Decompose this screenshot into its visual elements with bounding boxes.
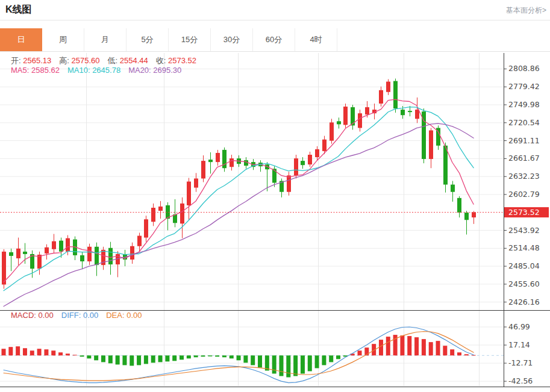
tab-week[interactable]: 周 <box>42 28 84 51</box>
kline-widget: K线图 基本面分析> 日周月5分15分30分60分4时 2808.862779.… <box>0 0 550 392</box>
svg-text:2720.54: 2720.54 <box>508 118 540 127</box>
svg-text:2426.16: 2426.16 <box>508 297 540 306</box>
svg-text:2661.67: 2661.67 <box>508 154 540 163</box>
svg-text:17.14: 17.14 <box>508 340 530 349</box>
svg-text:2573.52: 2573.52 <box>508 208 540 217</box>
svg-text:2691.11: 2691.11 <box>508 136 540 145</box>
svg-text:2455.60: 2455.60 <box>508 279 540 288</box>
svg-text:2543.92: 2543.92 <box>508 226 540 235</box>
page-title: K线图 <box>5 4 32 16</box>
svg-text:2602.79: 2602.79 <box>508 190 540 199</box>
svg-text:2779.42: 2779.42 <box>508 82 540 91</box>
tab-15min[interactable]: 15分 <box>169 28 211 51</box>
svg-text:2485.04: 2485.04 <box>508 261 540 270</box>
tab-day[interactable]: 日 <box>0 28 42 51</box>
svg-text:-12.71: -12.71 <box>508 358 533 367</box>
chart-area: 2808.862779.422749.982720.542691.112661.… <box>0 52 550 392</box>
tab-month[interactable]: 月 <box>84 28 127 51</box>
tab-5min[interactable]: 5分 <box>127 28 169 51</box>
fundamental-analysis-link[interactable]: 基本面分析> <box>506 5 546 16</box>
svg-text:2514.48: 2514.48 <box>508 243 540 252</box>
period-tabs: 日周月5分15分30分60分4时 <box>0 28 550 52</box>
svg-text:46.99: 46.99 <box>508 322 530 331</box>
tab-60min[interactable]: 60分 <box>253 28 295 51</box>
svg-text:2808.86: 2808.86 <box>508 64 540 73</box>
tab-30min[interactable]: 30分 <box>211 28 253 51</box>
widget-header: K线图 基本面分析> <box>0 0 550 20</box>
svg-text:-42.56: -42.56 <box>508 376 533 385</box>
svg-text:2632.23: 2632.23 <box>508 172 540 181</box>
kline-chart[interactable]: 2808.862779.422749.982720.542691.112661.… <box>0 52 550 388</box>
tab-4hour[interactable]: 4时 <box>295 28 337 51</box>
svg-text:2749.98: 2749.98 <box>508 100 540 109</box>
